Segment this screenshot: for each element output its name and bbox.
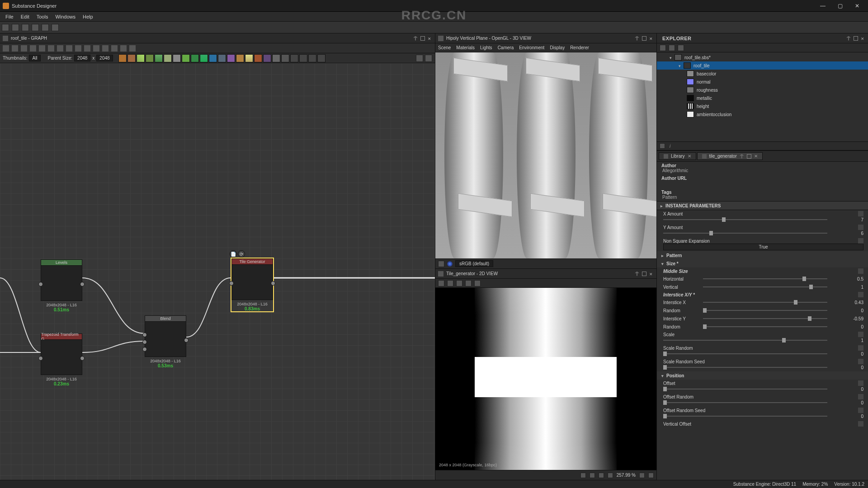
explorer-save-icon[interactable]: [660, 45, 666, 51]
node-trapezoid-output[interactable]: [80, 356, 85, 361]
pattern-group[interactable]: Pattern: [657, 251, 868, 259]
graph-tab-title[interactable]: roof_tile - GRAPH: [11, 36, 47, 41]
physical-icon[interactable]: [608, 473, 613, 478]
explorer-refresh-icon[interactable]: [669, 45, 675, 51]
scale-random-seed-slider[interactable]: [663, 364, 841, 371]
interstice-y-value[interactable]: -0.59: [844, 316, 863, 321]
tree-output-roughness[interactable]: roughness: [657, 86, 868, 94]
random2-value[interactable]: 0: [844, 324, 863, 329]
toolbar-export-icon[interactable]: [12, 45, 18, 52]
tab-node-max-icon[interactable]: [747, 154, 751, 159]
view3d-menu-lights[interactable]: Lights: [480, 45, 492, 50]
menu-tools[interactable]: Tools: [33, 14, 52, 19]
offset-random-slider[interactable]: [663, 399, 841, 406]
offset-random-seed-value[interactable]: 0: [844, 414, 863, 419]
node-tile-pin-icon[interactable]: 📄: [230, 250, 237, 258]
interstice-y-slider[interactable]: [703, 315, 841, 322]
tree-root[interactable]: roof_tile.sbs*: [657, 53, 868, 61]
scale-random-value[interactable]: 0: [844, 352, 863, 357]
node-blend-input-fg[interactable]: [142, 333, 147, 337]
scale-slider[interactable]: [663, 337, 841, 343]
node-levels[interactable]: Levels 2048x2048 - L16 0.51ms: [41, 259, 82, 312]
toolbar-zoom-icon[interactable]: [84, 45, 90, 52]
swatch-channels[interactable]: [209, 54, 217, 62]
swatch-warp[interactable]: [182, 54, 190, 62]
param-reset-icon[interactable]: [858, 380, 863, 386]
param-reset-icon[interactable]: [858, 225, 863, 230]
random1-slider[interactable]: [703, 307, 841, 314]
view3d-menu-environment[interactable]: Environment: [519, 45, 544, 50]
swatch-emboss[interactable]: [245, 54, 253, 62]
lock-icon[interactable]: [648, 473, 654, 478]
swatch-bitmap[interactable]: [272, 54, 280, 62]
node-levels-output[interactable]: [80, 282, 85, 286]
swatch-levels[interactable]: [146, 54, 154, 62]
swatch-blend[interactable]: [127, 54, 136, 62]
view2d-save-icon[interactable]: [438, 280, 444, 286]
chevron-down-icon[interactable]: [670, 55, 672, 60]
link-materials-icon[interactable]: [416, 55, 423, 62]
swatch-hsl[interactable]: [227, 54, 235, 62]
y-amount-value[interactable]: 6: [844, 231, 863, 236]
toolbar-search-icon[interactable]: [39, 45, 45, 52]
options-icon[interactable]: [425, 55, 432, 62]
tab-library[interactable]: Library ✕: [659, 152, 696, 160]
swatch-curve[interactable]: [155, 54, 163, 62]
menu-edit[interactable]: Edit: [17, 14, 33, 19]
save-icon[interactable]: [32, 24, 39, 31]
node-blend-input-bg[interactable]: [142, 340, 147, 344]
node-blend-input-mask[interactable]: [142, 347, 147, 352]
swatch-blur[interactable]: [164, 54, 172, 62]
offset-random-seed-slider[interactable]: [663, 413, 841, 419]
x-amount-value[interactable]: 7: [844, 217, 863, 222]
random2-slider[interactable]: [703, 324, 841, 330]
viewport-2d[interactable]: 2048 x 2048 (Grayscale, 16bpc): [435, 288, 656, 470]
toolbar-time-icon[interactable]: [30, 45, 36, 52]
minimize-button[interactable]: —: [815, 1, 831, 10]
close-panel-icon[interactable]: [428, 36, 432, 41]
horizontal-slider[interactable]: [703, 276, 841, 282]
grid-icon[interactable]: [580, 473, 586, 478]
swatch-transform[interactable]: [191, 54, 199, 62]
node-trapezoid-input[interactable]: [38, 356, 43, 361]
viewport-3d[interactable]: [435, 52, 656, 258]
param-reset-icon[interactable]: [858, 211, 863, 216]
view-3d-close-icon[interactable]: [649, 36, 654, 41]
tree-output-basecolor[interactable]: basecolor: [657, 70, 868, 78]
swatch-fx3[interactable]: [308, 54, 316, 62]
swatch-svg[interactable]: [263, 54, 271, 62]
swatch-pixel[interactable]: [281, 54, 289, 62]
toolbar-align-icon[interactable]: [120, 45, 127, 52]
node-levels-input[interactable]: [38, 282, 43, 286]
param-reset-icon[interactable]: [858, 332, 863, 337]
tree-output-height[interactable]: height: [657, 102, 868, 110]
view-3d-pin-icon[interactable]: [635, 36, 639, 41]
node-tile-output[interactable]: [271, 281, 275, 286]
instance-parameters-header[interactable]: INSTANCE PARAMETERS: [657, 201, 868, 210]
tab-node-close-icon[interactable]: ✕: [754, 154, 758, 159]
export-icon[interactable]: [52, 24, 59, 31]
thumbnails-dropdown[interactable]: All: [29, 55, 40, 61]
home-icon[interactable]: [2, 24, 9, 31]
scale-random-seed-value[interactable]: 0: [844, 365, 863, 370]
toolbar-camera-icon[interactable]: [3, 45, 9, 52]
vertical-value[interactable]: 1: [844, 285, 863, 290]
explorer-max-icon[interactable]: [854, 36, 858, 41]
offset-random-value[interactable]: 0: [844, 400, 863, 405]
toolbar-map-icon[interactable]: [102, 45, 108, 52]
checker-icon[interactable]: [599, 473, 604, 478]
tree-output-metallic[interactable]: metallic: [657, 94, 868, 102]
offset-value[interactable]: 0: [844, 387, 863, 392]
non-square-value[interactable]: True: [663, 244, 863, 250]
param-reset-icon[interactable]: [858, 268, 863, 274]
graph-canvas[interactable]: Levels 2048x2048 - L16 0.51ms Trapezoid …: [0, 63, 435, 480]
material-ball-icon[interactable]: [447, 261, 453, 267]
colorspace-dropdown[interactable]: sRGB (default): [455, 260, 493, 267]
explorer-options-icon[interactable]: [678, 45, 684, 51]
view2d-hist-icon[interactable]: [474, 280, 481, 286]
param-reset-icon[interactable]: [858, 292, 863, 297]
explorer-pin-icon[interactable]: [846, 36, 851, 41]
param-reset-icon[interactable]: [858, 408, 863, 413]
node-tile-input[interactable]: [229, 281, 234, 286]
offset-slider[interactable]: [663, 386, 841, 392]
